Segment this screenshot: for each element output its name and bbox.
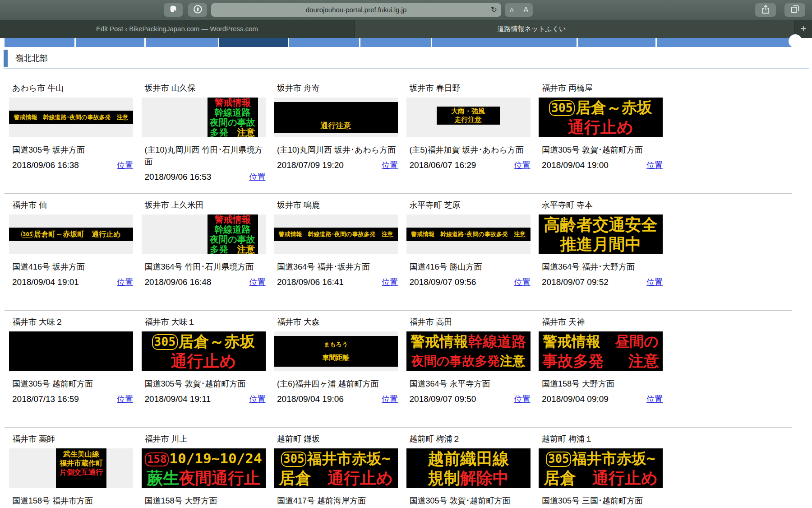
update-timestamp: 2018/09/07 09:50 xyxy=(410,394,476,404)
site-nav-tab[interactable] xyxy=(289,38,359,47)
led-text: 通行止め xyxy=(568,118,633,136)
location-link[interactable]: 位置 xyxy=(117,277,133,288)
led-text: 幹線道路 xyxy=(215,107,251,118)
location-title: 越前町 鎌坂 xyxy=(277,433,398,443)
road-caption: 国道364号 永平寺方面 xyxy=(410,378,531,390)
led-display: まもろう車間距離 xyxy=(274,336,398,367)
led-sign-image: 警戒情報 幹線道路･夜間の事故多発 注意 xyxy=(9,98,133,137)
led-sign-image: 警戒情報幹線道路夜間の事故多発 注意 xyxy=(142,214,266,254)
onepassword-extension-button[interactable] xyxy=(188,3,207,17)
road-sign-card: 越前町 梅浦１ 305福井市赤坂~居倉 通行止め 国道305号 三国･越前町方面 xyxy=(539,433,663,507)
location-title: 坂井市 山久保 xyxy=(145,83,266,93)
led-text: 夜間の事故多発 xyxy=(411,354,500,368)
site-nav-tab[interactable] xyxy=(360,38,431,47)
led-text: 多発 xyxy=(210,244,228,254)
site-nav-tab[interactable] xyxy=(146,38,218,47)
location-link[interactable]: 位置 xyxy=(249,172,266,182)
location-link[interactable]: 位置 xyxy=(249,277,266,288)
road-sign-card: 福井市 両橋屋 305居倉～赤坂通行止め 国道305号 敦賀･越前町方面 201… xyxy=(539,83,663,182)
road-sign-card: 福井市 大味２ 国道305号 越前町方面 2018/07/13 16:59 位置 xyxy=(9,317,133,405)
led-text: 警戒情報 xyxy=(543,333,600,350)
road-sign-card: 越前町 梅浦２ 越前織田線規制解除中 国道305号 敦賀･越前町方面 xyxy=(406,433,531,507)
road-caption: 国道364号 福井･大野方面 xyxy=(542,261,663,273)
led-sign-image: 武生美山線福井市蔵作町片側交互通行 xyxy=(9,448,133,488)
keyhole-icon xyxy=(193,4,203,16)
location-link[interactable]: 位置 xyxy=(646,394,663,405)
location-title: 福井市 大森 xyxy=(277,317,398,326)
location-link[interactable]: 位置 xyxy=(514,394,531,405)
road-sign-card: 福井市 仙 305居倉町～赤坂町 通行止め 国道416号 坂井方面 2018/0… xyxy=(9,200,133,288)
led-text: 昼間の xyxy=(600,333,659,350)
location-link[interactable]: 位置 xyxy=(514,160,531,171)
road-caption: 国道305号 敦賀･越前町方面 xyxy=(145,378,266,390)
update-timestamp: 2018/09/06 16:41 xyxy=(277,277,344,287)
font-smaller-button[interactable]: A xyxy=(505,3,519,17)
evernote-icon xyxy=(169,5,178,15)
led-display: 越前織田線規制解除中 xyxy=(406,448,531,488)
update-timestamp: 2018/09/06 16:48 xyxy=(145,277,212,287)
location-link[interactable]: 位置 xyxy=(382,160,398,171)
led-display: 警戒情報 幹線道路･夜間の事故多発 注意 xyxy=(9,111,133,124)
road-sign-card: 永平寺町 寺本 高齢者交通安全推進月間中 国道364号 福井･大野方面 2018… xyxy=(539,200,663,288)
led-text: 居倉～赤坂 xyxy=(576,98,652,117)
location-link[interactable]: 位置 xyxy=(117,394,133,405)
row-separator xyxy=(5,427,792,428)
led-text: 通行止め xyxy=(311,469,393,487)
location-link[interactable]: 位置 xyxy=(646,277,663,288)
led-display: 305居倉～赤坂通行止め xyxy=(539,98,663,137)
site-nav-tab[interactable] xyxy=(5,38,74,47)
evernote-extension-button[interactable] xyxy=(164,3,183,17)
location-title: 福井市 天神 xyxy=(542,317,663,326)
road-caption: 国道364号 竹田･石川県境方面 xyxy=(145,261,266,273)
led-text: 武生美山線 xyxy=(63,450,99,458)
site-nav-tab[interactable] xyxy=(578,38,655,47)
reload-icon[interactable]: ↻ xyxy=(491,3,497,17)
road-caption: 国道305号 三国･越前町方面 xyxy=(542,495,663,507)
site-nav-tab[interactable] xyxy=(432,38,577,47)
led-sign-image: 通行注意 xyxy=(274,98,398,137)
browser-toolbar: dourojouhou-portal.pref.fukui.lg.jp ↻ A … xyxy=(0,0,812,20)
road-caption: 国道305号 敦賀･越前町方面 xyxy=(410,495,531,507)
site-nav-tab[interactable] xyxy=(219,38,288,47)
location-link[interactable]: 位置 xyxy=(249,394,266,405)
plus-icon: + xyxy=(800,23,806,34)
share-button[interactable] xyxy=(755,3,776,17)
led-text: 居倉 xyxy=(279,469,311,487)
led-text: 注意 xyxy=(500,354,525,368)
font-larger-button[interactable]: A xyxy=(519,3,533,17)
card-meta-row: 2018/09/04 19:01 位置 xyxy=(12,277,133,288)
led-text: 夜間の事故 xyxy=(210,234,255,245)
card-meta-row: 2018/09/07 09:56 位置 xyxy=(410,277,531,288)
led-text: 居倉 xyxy=(544,469,576,487)
location-link[interactable]: 位置 xyxy=(382,394,398,405)
update-timestamp: 2018/09/07 09:52 xyxy=(542,277,609,287)
address-bar[interactable]: dourojouhou-portal.pref.fukui.lg.jp ↻ xyxy=(211,3,501,17)
road-sign-card: 坂井市 山久保 警戒情報幹線道路夜間の事故多発 注意 (主10)丸岡川西 竹田･… xyxy=(142,83,266,182)
site-nav-tab[interactable] xyxy=(657,38,792,47)
card-row: 福井市 仙 305居倉町～赤坂町 通行止め 国道416号 坂井方面 2018/0… xyxy=(9,200,803,288)
led-display: 15810/19~10/24蕨生夜間通行止 xyxy=(142,448,266,488)
led-display: 警戒情報幹線道路夜間の事故多発 注意 xyxy=(208,98,258,137)
tab-wordpress[interactable]: Edit Post ‹ BikePackingJapan.com — WordP… xyxy=(0,20,355,38)
led-text: 幹線道路 xyxy=(215,224,251,235)
location-title: 福井市 川上 xyxy=(145,433,266,443)
update-timestamp: 2018/09/04 19:11 xyxy=(145,394,211,404)
font-size-control[interactable]: A A xyxy=(505,3,533,17)
location-link[interactable]: 位置 xyxy=(646,160,663,171)
site-nav-tab[interactable] xyxy=(76,38,144,47)
card-meta-row: 2018/09/06 16:48 位置 xyxy=(145,277,266,288)
location-title: 坂井市 舟寄 xyxy=(277,83,398,93)
location-link[interactable]: 位置 xyxy=(382,277,398,288)
show-tabs-button[interactable] xyxy=(784,3,805,17)
led-sign-image: まもろう車間距離 xyxy=(274,331,398,371)
led-text: 警戒情報 xyxy=(411,333,468,350)
location-link[interactable]: 位置 xyxy=(514,277,531,288)
tab-road-info-active[interactable]: 道路情報ネットふくい xyxy=(355,20,795,38)
road-sign-card: 坂井市 春日野 大雨・強風走行注意 (主5)福井加賀 坂井･あわら方面 2018… xyxy=(406,83,531,182)
location-title: 福井市 仙 xyxy=(12,200,133,210)
road-sign-card: 福井市 川上 15810/19~10/24蕨生夜間通行止 国道158号 大野方面 xyxy=(142,433,266,507)
led-display: 警戒情報 幹線道路･夜間の事故多発 注意 xyxy=(274,228,398,241)
location-link[interactable]: 位置 xyxy=(117,160,133,171)
location-title: 越前町 梅浦１ xyxy=(542,433,663,443)
led-text: 走行注意 xyxy=(455,116,482,124)
